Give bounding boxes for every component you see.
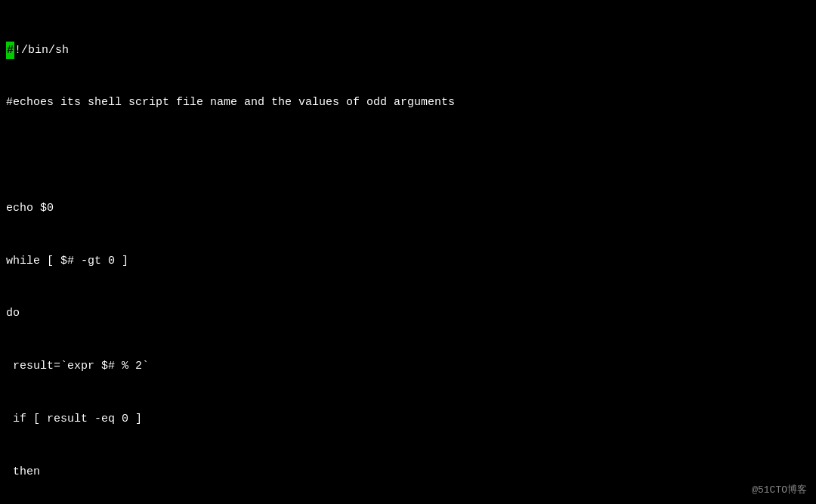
line-then: then bbox=[6, 463, 816, 481]
watermark: @51CTO博客 bbox=[752, 483, 807, 496]
code-area[interactable]: #!/bin/sh #echoes its shell script file … bbox=[6, 6, 816, 504]
line-result: result=`expr $# % 2` bbox=[6, 357, 816, 375]
line-if: if [ result -eq 0 ] bbox=[6, 410, 816, 428]
line-while: while [ $# -gt 0 ] bbox=[6, 252, 816, 270]
line-blank bbox=[6, 147, 816, 164]
line-echo-0: echo $0 bbox=[6, 199, 816, 217]
editor-container: #!/bin/sh #echoes its shell script file … bbox=[0, 0, 816, 504]
line-shebang: #!/bin/sh bbox=[6, 42, 816, 59]
line-do: do bbox=[6, 305, 816, 322]
line-comment: #echoes its shell script file name and t… bbox=[6, 94, 816, 111]
shebang-marker: # bbox=[6, 42, 14, 59]
